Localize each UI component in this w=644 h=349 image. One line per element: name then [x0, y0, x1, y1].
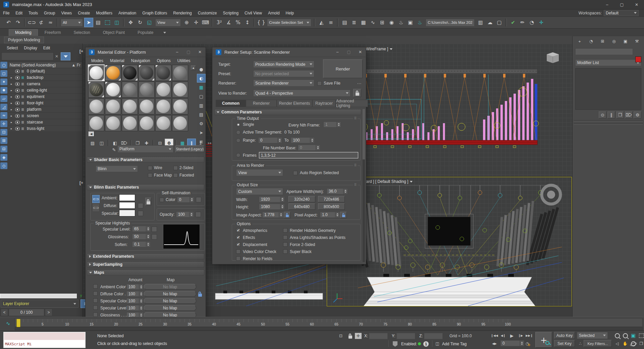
y-coordinate-field[interactable]: [396, 333, 415, 339]
add-time-tag[interactable]: Add Time Tag: [442, 342, 467, 346]
show-end-result-stack-icon[interactable]: ∥: [607, 111, 615, 118]
material-slot-22[interactable]: [139, 115, 155, 131]
scene-row-floor-light[interactable]: ▸ ≣ floor-light: [8, 100, 82, 106]
menu-modifiers[interactable]: Modifiers: [93, 9, 115, 16]
rectangular-selection-region-icon[interactable]: [103, 18, 112, 27]
percent-snap-icon[interactable]: %: [233, 18, 243, 27]
edit-named-selection-sets-icon[interactable]: { }: [257, 18, 266, 27]
map-amount-spinner[interactable]: 100: [126, 284, 144, 290]
snaps-toggle-icon[interactable]: 3²: [215, 18, 224, 27]
display-materials-icon[interactable]: ◈: [0, 154, 7, 161]
sample-type-sphere-icon[interactable]: ●: [197, 65, 206, 73]
select-by-material-icon[interactable]: ➤: [197, 128, 206, 137]
explorer-menu-edit[interactable]: Edit: [41, 46, 53, 50]
active-time-segment-radio[interactable]: [236, 130, 240, 135]
visibility-eye-icon[interactable]: [15, 120, 20, 124]
menu-group[interactable]: Group: [41, 9, 58, 16]
rollout-common-parameters[interactable]: Common Parameters: [214, 109, 361, 115]
previous-frame-icon[interactable]: ◀❙: [499, 332, 507, 339]
lock-color-button[interactable]: [145, 198, 151, 206]
pin-stack-icon[interactable]: ⊙: [599, 111, 606, 118]
every-nth-frame-spinner[interactable]: 1: [323, 121, 341, 128]
display-xrefs-icon[interactable]: ⊟: [0, 146, 7, 152]
scene-row-screen[interactable]: ▸ ≣ screen: [8, 113, 82, 119]
orbit-icon[interactable]: [629, 340, 637, 347]
rs-tab-renderer[interactable]: Renderer: [246, 100, 277, 107]
scrollbar-thumb[interactable]: [363, 109, 365, 159]
create-tab[interactable]: ＋: [575, 38, 584, 45]
specular-level-spinner[interactable]: 65: [132, 226, 151, 232]
absolute-offset-mode-icon[interactable]: ✛: [355, 333, 362, 339]
resolution-preset-320x240[interactable]: 320x240: [288, 196, 315, 202]
image-aspect-lock-button[interactable]: [284, 212, 290, 218]
material-slot-19[interactable]: [88, 115, 104, 131]
remove-modifier-icon[interactable]: ⌦: [625, 111, 633, 118]
rollout-blinn-basic[interactable]: Blinn Basic Parameters: [87, 184, 204, 190]
view-to-render-dropdown[interactable]: Quad 4 - Perspective: [253, 90, 351, 97]
map-button[interactable]: No Map: [144, 284, 196, 290]
material-slot-3[interactable]: [122, 65, 138, 81]
diffuse-map-button[interactable]: [138, 203, 143, 208]
maxscript-macro-pane[interactable]: [4, 333, 85, 341]
set-keys-button[interactable]: ＋: [535, 332, 552, 348]
face-map-checkbox[interactable]: [148, 173, 152, 178]
material-slot-13[interactable]: [88, 98, 104, 114]
material-slot-4[interactable]: [139, 65, 155, 81]
opacity-map-button[interactable]: [196, 212, 201, 217]
display-groups-icon[interactable]: ⊞: [0, 137, 7, 144]
workspace-dropdown[interactable]: Default: [604, 10, 639, 16]
previous-frame-button[interactable]: <: [1, 309, 8, 316]
modifier-list-dropdown[interactable]: Modifier List: [575, 59, 641, 66]
me-menu-modes[interactable]: Modes: [88, 58, 106, 63]
validate-scene-icon[interactable]: ✔: [508, 18, 518, 27]
explorer-menu-display[interactable]: Display: [21, 46, 40, 50]
next-frame-button[interactable]: >: [45, 309, 52, 316]
angle-snap-icon[interactable]: ∡: [224, 18, 233, 27]
material-options-icon[interactable]: ⚙: [197, 119, 206, 128]
toggle-ribbon-icon[interactable]: ▦: [359, 18, 368, 27]
pixel-aspect-lock-button[interactable]: [340, 212, 347, 218]
select-object-icon[interactable]: ➤: [84, 18, 93, 27]
menu-graph-editors[interactable]: Graph Editors: [139, 9, 170, 16]
rollout-maps[interactable]: Maps: [87, 269, 204, 276]
scene-row-truss-light[interactable]: ▸ ≣ truss-light: [8, 126, 82, 132]
renderer-dropdown[interactable]: Scanline Renderer: [253, 80, 314, 87]
map-checkbox[interactable]: [93, 305, 98, 310]
display-cameras-icon[interactable]: ▱: [0, 95, 7, 102]
mini-curve-editor-icon[interactable]: ∿: [4, 319, 12, 328]
menu-customize[interactable]: Customize: [195, 9, 220, 16]
glossiness-spinner[interactable]: 50: [132, 234, 151, 240]
map-button[interactable]: No Map: [144, 291, 196, 297]
display-lights-icon[interactable]: ✸: [0, 87, 7, 94]
rendered-frame-window-icon[interactable]: ▣: [406, 18, 415, 27]
option-effects[interactable]: ✔Effects: [236, 234, 276, 241]
material-slot-1[interactable]: [88, 65, 104, 81]
put-material-to-scene-icon[interactable]: ◫: [97, 139, 106, 147]
output-size-preset-dropdown[interactable]: Custom: [236, 188, 283, 195]
map-checkbox[interactable]: [93, 312, 98, 317]
material-editor-titlebar[interactable]: 3 Material Editor - Platform – ▢ ✕: [86, 47, 206, 57]
soften-spinner[interactable]: 0.1: [132, 241, 151, 247]
range-to-spinner[interactable]: 100: [291, 137, 315, 143]
wire-checkbox[interactable]: [148, 166, 152, 170]
go-to-start-icon[interactable]: ❙◀◀: [490, 332, 498, 339]
visibility-eye-icon[interactable]: [15, 82, 20, 86]
material-slot-12[interactable]: [172, 82, 188, 98]
specular-map-button[interactable]: [138, 211, 143, 216]
rollout-shader-basic[interactable]: Shader Basic Parameters: [87, 157, 204, 163]
curve-editor-icon[interactable]: ∿: [368, 18, 377, 27]
close-icon[interactable]: ✕: [355, 48, 366, 56]
safe-frames-shield-icon[interactable]: [391, 340, 399, 348]
open-in-viewer-icon[interactable]: ▢: [495, 18, 504, 27]
close-button[interactable]: ✕: [629, 0, 644, 9]
select-and-link-icon[interactable]: ⊂⊃: [27, 18, 36, 27]
save-file-checkbox[interactable]: [317, 81, 322, 86]
zoom-all-icon[interactable]: [621, 332, 629, 339]
self-illum-color-checkbox[interactable]: [160, 198, 164, 202]
material-slot-10[interactable]: [139, 82, 155, 98]
select-and-rotate-icon[interactable]: ↻: [136, 18, 145, 27]
target-dropdown[interactable]: Production Rendering Mode: [253, 61, 314, 68]
scene-row-camera[interactable]: ▸ ≣ camera: [8, 81, 82, 87]
visibility-eye-icon[interactable]: [15, 127, 20, 131]
make-preview-icon[interactable]: ▤: [197, 110, 206, 119]
